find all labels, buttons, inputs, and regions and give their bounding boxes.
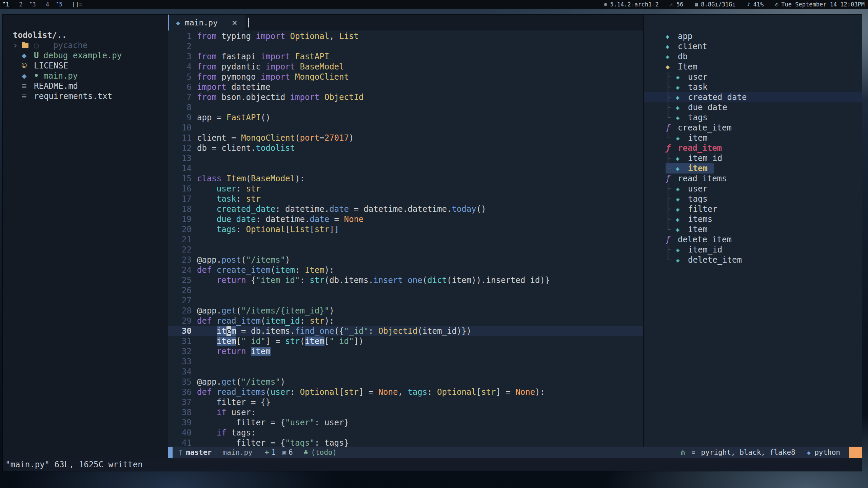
code-line[interactable]: 6import datetime — [168, 82, 643, 92]
var-icon: ◈ — [676, 102, 688, 113]
workspace-4[interactable]: 4 — [43, 1, 49, 8]
symbol-task[interactable]: ├◈task — [666, 82, 862, 92]
symbol-app[interactable]: ◈app — [666, 31, 862, 41]
code-line[interactable]: 24def create_item(item: Item): — [168, 265, 643, 275]
code-area[interactable]: 1from typing import Optional, List23from… — [168, 30, 643, 447]
wm-status-bar: 12345 []= ⚙5.14.2-arch1-2♨56▤8.8Gi/31Gi♪… — [0, 0, 868, 9]
code-line[interactable]: 41 filter = {"tags": tags} — [168, 438, 643, 447]
symbol-client[interactable]: ◈client — [666, 41, 862, 52]
code-line[interactable]: 23@app.post("/items") — [168, 255, 643, 265]
tree-item-LICENSE[interactable]: ©LICENSE — [13, 61, 168, 71]
code-line[interactable]: 27 — [168, 296, 643, 306]
var-icon: ◈ — [666, 31, 678, 41]
code-line[interactable]: 5from pymongo import MongoClient — [168, 72, 643, 82]
code-line[interactable]: 12db = client.todolist — [168, 143, 643, 153]
code-line[interactable]: 39 filter = {"user": user} — [168, 418, 643, 428]
code-line[interactable]: 31 item["_id"] = str(item["_id"]) — [168, 336, 643, 346]
symbol-filter[interactable]: ├◈filter — [666, 204, 862, 214]
symbol-item_id[interactable]: ├◈item_id — [666, 153, 862, 163]
code-line[interactable]: 4from pydantic import BaseModel — [168, 62, 643, 72]
symbol-name: tags — [688, 113, 708, 123]
bar-memory-text: 8.8Gi/31Gi — [701, 1, 735, 8]
code-line[interactable]: 3from fastapi import FastAPI — [168, 52, 643, 62]
code-line[interactable]: 11client = MongoClient(port=27017) — [168, 133, 643, 143]
code-line[interactable]: 36def read_items(user: Optional[str] = N… — [168, 387, 643, 397]
symbol-read_item[interactable]: ƒread_item — [666, 143, 862, 153]
code-line[interactable]: 21 — [168, 235, 643, 245]
code-line[interactable]: 32 return item — [168, 346, 643, 357]
code-line[interactable]: 9app = FastAPI() — [168, 113, 643, 123]
tree-item-main.py[interactable]: ◆•main.py — [13, 71, 168, 81]
tree-connector: ├ — [666, 194, 676, 204]
code-line[interactable]: 38 if user: — [168, 407, 643, 418]
code-line[interactable]: 19 due_date: datetime.date = None — [168, 214, 643, 224]
code-line[interactable]: 37 filter = {} — [168, 397, 643, 407]
line-number: 23 — [168, 255, 192, 265]
symbol-create_item[interactable]: ƒcreate_item — [666, 123, 862, 133]
code-line[interactable]: 20 tags: Optional[List[str]] — [168, 224, 643, 235]
var-icon: ◈ — [676, 204, 688, 214]
vim-main-area: todolist/.. ›◌__pycache__◆Udebug_example… — [3, 15, 862, 447]
code-line[interactable]: 10 — [168, 123, 643, 133]
code-line[interactable]: 18 created_date: datetime.date = datetim… — [168, 204, 643, 214]
git-status-mark: • — [34, 71, 43, 81]
symbol-delete_item[interactable]: ƒdelete_item — [666, 235, 862, 245]
temperature-icon: ♨ — [670, 1, 673, 7]
code-line[interactable]: 29def read_item(item_id: str): — [168, 316, 643, 326]
code-line[interactable]: 2 — [168, 41, 643, 52]
tree-item-requirements.txt[interactable]: ≡requirements.txt — [13, 91, 168, 101]
var-icon: ◈ — [676, 255, 688, 265]
symbol-items[interactable]: ├◈items — [666, 214, 862, 224]
tree-root-folder[interactable]: todolist/.. — [13, 30, 168, 40]
workspace-1[interactable]: 1 — [3, 1, 9, 8]
symbol-read_items[interactable]: ƒread_items — [666, 174, 862, 184]
code-line[interactable]: 7from bson.objectid import ObjectId — [168, 92, 643, 102]
license-file-icon: © — [22, 61, 34, 71]
diff-added-count: 1 — [271, 448, 276, 456]
code-line[interactable]: 17 task: str — [168, 194, 643, 204]
tree-item-__pycache__[interactable]: ›◌__pycache__ — [13, 40, 168, 50]
code-line[interactable]: 34 — [168, 367, 643, 377]
line-number: 37 — [168, 397, 192, 407]
tab-title: main.py — [185, 18, 218, 27]
symbol-user[interactable]: ├◈user — [666, 72, 862, 82]
code-line[interactable]: 22 — [168, 245, 643, 255]
var-icon: ◈ — [666, 52, 678, 62]
symbol-due_date[interactable]: ├◈due_date — [666, 102, 862, 113]
tree-item-debug_example.py[interactable]: ◆Udebug_example.py — [13, 50, 168, 61]
code-line[interactable]: 28@app.get("/items/{item_id}") — [168, 306, 643, 316]
symbol-db[interactable]: ◈db — [666, 52, 862, 62]
symbol-tags[interactable]: └◈tags — [666, 113, 862, 123]
code-line[interactable]: 14 — [168, 163, 643, 174]
code-line[interactable]: 40 if tags: — [168, 428, 643, 438]
symbol-tags[interactable]: ├◈tags — [666, 194, 862, 204]
workspace-5[interactable]: 5 — [57, 1, 62, 8]
code-line[interactable]: 16 user: str — [168, 184, 643, 194]
code-line[interactable]: 25 return {"item_id": str(db.items.inser… — [168, 275, 643, 285]
symbol-created_date[interactable]: ├◈created_date — [666, 92, 862, 102]
code-line[interactable]: 13 — [168, 153, 643, 163]
code-line[interactable]: 8 — [168, 102, 643, 113]
symbol-user[interactable]: ├◈user — [666, 184, 862, 194]
code-line[interactable]: 35@app.get("/items") — [168, 377, 643, 387]
statusline: ᛉ master main.py + 1 ▣ 6 ♣ (todo) ⋔ ∝ py… — [3, 447, 862, 458]
symbol-item[interactable]: └◈item — [666, 163, 714, 174]
code-line[interactable]: 33 — [168, 357, 643, 367]
code-line[interactable]: 30 item = db.items.find_one({"_id": Obje… — [168, 326, 643, 336]
line-number: 22 — [168, 245, 192, 255]
symbol-item[interactable]: └◈item — [666, 133, 862, 143]
line-number: 9 — [168, 113, 192, 123]
tab-close-icon[interactable]: × — [232, 18, 237, 28]
tree-item-README.md[interactable]: ≡README.md — [13, 81, 168, 91]
symbol-Item[interactable]: ◆Item — [666, 62, 862, 72]
code-line[interactable]: 15class Item(BaseModel): — [168, 174, 643, 184]
symbol-item_id[interactable]: ├◈item_id — [666, 245, 862, 255]
code-line[interactable]: 26 — [168, 285, 643, 296]
workspace-2[interactable]: 2 — [17, 1, 22, 8]
markdown-file-icon: ≡ — [22, 81, 34, 91]
symbol-delete_item[interactable]: └◈delete_item — [666, 255, 862, 265]
tab-main-py[interactable]: ◆ main.py × — [168, 15, 245, 30]
workspace-3[interactable]: 3 — [30, 1, 36, 8]
symbol-item[interactable]: └◈item — [666, 224, 862, 235]
code-line[interactable]: 1from typing import Optional, List — [168, 31, 643, 41]
